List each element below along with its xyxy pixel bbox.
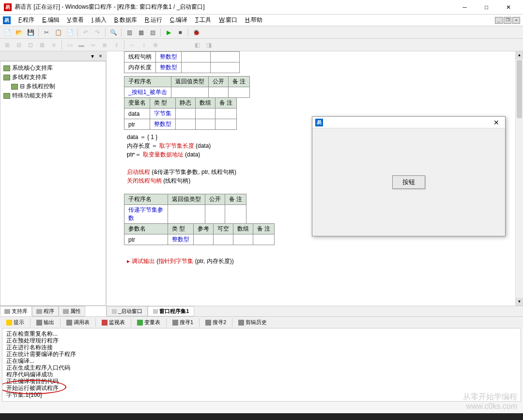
maximize-button[interactable]: □	[476, 0, 497, 15]
code-line[interactable]: ▸调试输出 (指针到字节集 (ptr, 内存长度))	[124, 257, 523, 265]
paste-icon[interactable]: 📄	[64, 27, 75, 38]
scroll-up-icon[interactable]: ▲	[516, 51, 523, 59]
mdi-restore[interactable]: ❐	[504, 17, 511, 24]
tree-item-multithread[interactable]: 多线程支持库	[2, 73, 104, 82]
prog-icon	[36, 309, 42, 314]
clip-icon	[238, 320, 244, 326]
db-icon-14: ◧	[192, 40, 202, 50]
output-panel[interactable]: 正在检查重复名称... 正在预处理现行程序 正在进行名称连接 正在统计需要编译的…	[2, 328, 521, 402]
db-icon-10: ⫴	[111, 40, 122, 50]
btab-clip[interactable]: 剪辑历史	[235, 317, 270, 327]
layout1-icon[interactable]: ▥	[124, 27, 135, 38]
btab-callstack[interactable]: 调用表	[63, 317, 93, 327]
app-icon: 易	[4, 3, 12, 11]
new-icon[interactable]: 📄	[2, 27, 13, 38]
sidebar-header: ▾ ×	[0, 51, 106, 61]
book-icon	[4, 309, 10, 314]
vars-icon	[137, 320, 143, 326]
btab-vars[interactable]: 变量表	[134, 317, 164, 327]
search-icon	[205, 320, 211, 326]
vertical-scrollbar[interactable]: ▲ ▼	[515, 51, 523, 306]
mdi-close[interactable]: ×	[512, 17, 520, 24]
app-button[interactable]: 按钮	[392, 175, 425, 189]
sidebar-tabs: 支持库 程序 属性	[0, 306, 106, 316]
tree-item-threadctrl[interactable]: ⊟ 多线程控制	[2, 82, 104, 91]
expand-icon[interactable]: +	[133, 151, 136, 156]
mdi-buttons: _ ❐ ×	[495, 17, 520, 24]
bottom-tabs: 提示 输出 调用表 监视表 变量表 搜寻1 搜寻2 剪辑历史	[0, 316, 523, 328]
float-app-icon: 易	[315, 119, 323, 126]
btab-watch[interactable]: 监视表	[98, 317, 128, 327]
window-title: 易语言 [正在运行] - Windows窗口程序 - [程序集: 窗口程序集1 …	[15, 3, 454, 11]
toolbar-main: 📄 📂 💾 ✂ 📋 📄 ↶ ↷ 🔍 ▥ ▦ ▤ ▶ ■ 🐞	[0, 26, 523, 39]
tree-item-syscore[interactable]: 系统核心支持库	[2, 63, 104, 73]
btab-search1[interactable]: 搜寻1	[169, 317, 197, 327]
editor-tab-progset[interactable]: 窗口程序集1	[148, 306, 194, 316]
search-icon	[172, 320, 178, 326]
cut-icon[interactable]: ✂	[41, 27, 52, 38]
copy-icon[interactable]: 📋	[53, 27, 63, 38]
run-icon[interactable]: ▶	[163, 27, 174, 38]
output-line: 字节集:1{100}	[6, 391, 517, 398]
db-icon-12: ↕	[138, 40, 149, 50]
sub-table-1: 子程序名返回值类型公开备 注 _按钮1_被单击	[124, 76, 250, 98]
sidebar-tab-support[interactable]: 支持库	[0, 306, 32, 316]
lib-icon	[11, 84, 18, 90]
undo-icon[interactable]: ↶	[80, 27, 91, 38]
debug-icon[interactable]: 🐞	[191, 27, 201, 38]
float-close-icon[interactable]: ✕	[491, 119, 502, 126]
breakpoint-arrow-icon[interactable]: ↓	[126, 151, 128, 156]
running-app-window[interactable]: 易 ✕ 按钮	[312, 116, 506, 236]
menu-run[interactable]: R.运行	[141, 15, 166, 25]
sidebar-tab-props[interactable]: 属性	[59, 306, 85, 316]
library-tree[interactable]: 系统核心支持库 多线程支持库 ⊟ 多线程控制 特殊功能支持库	[0, 61, 106, 306]
save-icon[interactable]: 💾	[25, 27, 36, 38]
menu-program[interactable]: F.程序	[15, 15, 38, 25]
code-icon	[153, 309, 158, 314]
menu-edit[interactable]: E.编辑	[38, 15, 63, 25]
sub-table-2: 子程序名返回值类型公开备 注 传递字节集参数	[124, 194, 246, 224]
stop-icon[interactable]: ■	[175, 27, 185, 38]
redo-icon[interactable]: ↷	[92, 27, 103, 38]
float-body: 按钮	[312, 128, 505, 236]
window-buttons: ─ □ ✕	[454, 0, 519, 15]
scroll-down-icon[interactable]: ▼	[516, 298, 523, 306]
menu-tools[interactable]: T.工具	[191, 15, 215, 25]
btab-output[interactable]: 输出	[33, 317, 58, 327]
layout2-icon[interactable]: ▦	[136, 27, 146, 38]
btab-search2[interactable]: 搜寻2	[202, 317, 230, 327]
tree-item-special[interactable]: 特殊功能支持库	[2, 91, 104, 100]
db-icon-11: ↔	[127, 40, 138, 50]
output-line: 正在检查重复名称...	[6, 330, 517, 337]
close-button[interactable]: ✕	[497, 0, 519, 15]
sidebar-close-icon[interactable]: ×	[97, 53, 104, 60]
editor-tab-startwin[interactable]: _启动窗口	[107, 306, 148, 316]
menu-database[interactable]: B.数据库	[110, 15, 141, 25]
menu-insert[interactable]: I.插入	[88, 15, 110, 25]
lib-icon	[3, 93, 10, 99]
find-icon[interactable]: 🔍	[108, 27, 119, 38]
db-icon-6: ▭	[64, 40, 75, 50]
open-icon[interactable]: 📂	[14, 27, 24, 38]
menu-compile[interactable]: C.编译	[166, 15, 191, 25]
menu-window[interactable]: W.窗口	[215, 15, 241, 25]
db-icon-8: ═	[88, 40, 98, 50]
btab-hint[interactable]: 提示	[3, 317, 28, 327]
editor-tabs: _启动窗口 窗口程序集1	[107, 306, 523, 316]
db-icon-13: ⊕	[150, 40, 161, 50]
sidebar-pin-icon[interactable]: ▾	[91, 53, 94, 60]
layout3-icon[interactable]: ▤	[147, 27, 158, 38]
float-titlebar[interactable]: 易 ✕	[312, 117, 505, 128]
menu-help[interactable]: H.帮助	[241, 15, 266, 25]
output-line: 正在进行名称连接	[6, 344, 517, 351]
scroll-thumb[interactable]	[517, 60, 522, 118]
output-line: 正在编译...	[6, 358, 517, 364]
mdi-minimize[interactable]: _	[495, 17, 503, 24]
var-table-1: 线程句柄整数型 内存长度整数型	[124, 51, 240, 73]
db-icon-15: ◨	[203, 40, 214, 50]
call-icon	[66, 320, 72, 326]
menu-view[interactable]: V.查看	[63, 15, 88, 25]
sidebar-tab-program[interactable]: 程序	[32, 306, 59, 316]
minimize-button[interactable]: ─	[454, 0, 476, 15]
toolbar-debug: ⊞ ⊟ ⊡ ⊠ ≡ ▭ ▬ ═ ≣ ⫴ ↔ ↕ ⊕ ◧ ◨	[0, 39, 523, 51]
